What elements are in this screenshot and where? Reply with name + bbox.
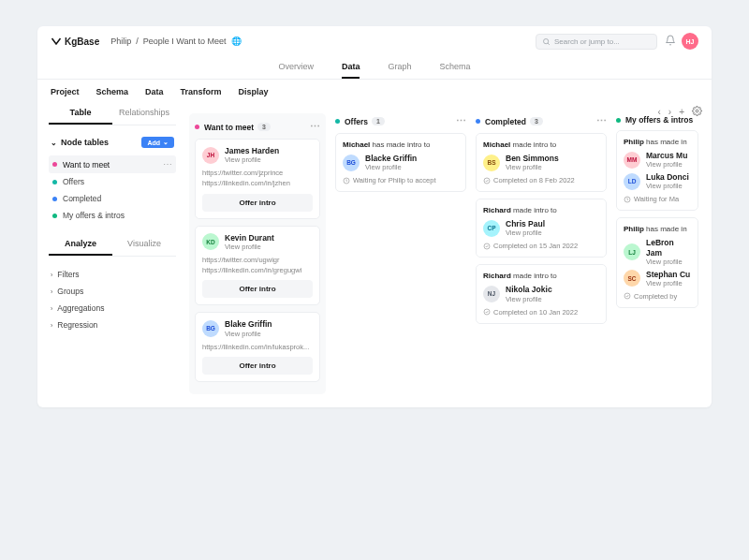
chevron-right-icon: › — [51, 305, 52, 312]
person-name: Kevin Durant — [225, 233, 274, 243]
tab-sec-data[interactable]: Data — [145, 87, 164, 102]
card-mine-0[interactable]: Philip has made in MMMarcus MuView profi… — [616, 130, 698, 211]
side-tab-table[interactable]: Table — [49, 102, 112, 125]
next-icon[interactable]: › — [668, 107, 671, 117]
avatar: SC — [624, 270, 640, 287]
tab-analyze[interactable]: Analyze — [49, 233, 112, 256]
node-my-offers[interactable]: My offers & intros — [49, 207, 176, 224]
primary-tabs: Overview Data Graph Schema — [37, 56, 712, 80]
links: https://twitter.com/jzprincehttps://llin… — [202, 168, 313, 189]
tools: ›Filters ›Groups ›Aggregations ›Regressi… — [49, 266, 176, 333]
avatar: LJ — [624, 243, 640, 260]
view-profile-link[interactable]: View profile — [506, 163, 559, 171]
tool-regression[interactable]: ›Regression — [49, 317, 176, 333]
side-tab-relationships[interactable]: Relationships — [112, 102, 176, 125]
status: Waiting for Philip to accept — [343, 176, 459, 184]
node-offers[interactable]: Offers — [49, 173, 176, 190]
offer-intro-button[interactable]: Offer intro — [202, 357, 313, 375]
avatar: CP — [483, 220, 500, 237]
tool-filters[interactable]: ›Filters — [49, 266, 176, 283]
column-header: Want to meet 3 ⋯ — [195, 119, 320, 139]
more-icon[interactable]: ⋯ — [310, 121, 320, 133]
breadcrumb[interactable]: Philip / People I Want to Meet 🌐 — [110, 37, 241, 46]
tool-aggregations[interactable]: ›Aggregations — [49, 300, 176, 317]
intro-text: Michael made intro to — [483, 140, 599, 149]
tab-schema[interactable]: Schema — [440, 56, 471, 79]
tab-display[interactable]: Display — [239, 87, 269, 102]
count-badge: 3 — [257, 123, 271, 131]
logo-icon — [51, 36, 62, 47]
offer-intro-button[interactable]: Offer intro — [202, 194, 313, 212]
plus-icon[interactable]: + — [679, 107, 684, 117]
secondary-tabs: Project Schema Data Transform Display — [37, 80, 712, 102]
column-header: Offers 1 ⋯ — [335, 113, 466, 133]
view-profile-link[interactable]: View profile — [225, 330, 272, 338]
card-want-1[interactable]: KDKevin DurantView profile https://twitt… — [195, 226, 320, 306]
view-profile-link[interactable]: View profile — [225, 243, 274, 251]
card-offer-0[interactable]: Michael has made intro to BGBlacke Griff… — [335, 133, 466, 192]
add-button[interactable]: Add ⌄ — [141, 137, 174, 148]
person-name: Marcus Mu — [646, 151, 687, 160]
tab-transform[interactable]: Transform — [181, 87, 222, 102]
tab-overview[interactable]: Overview — [278, 56, 314, 79]
brand-text: KgBase — [65, 37, 99, 47]
view-profile-link[interactable]: View profile — [365, 163, 417, 171]
tab-data[interactable]: Data — [342, 56, 360, 79]
svg-line-1 — [548, 43, 550, 45]
tool-groups[interactable]: ›Groups — [49, 283, 176, 300]
svg-point-0 — [544, 38, 549, 43]
body: Table Relationships ⌄ Node tables Add ⌄ … — [37, 102, 712, 407]
card-completed-2[interactable]: Richard made intro to NJNikola JokicView… — [476, 264, 607, 323]
person-name: Blacke Griffin — [365, 154, 417, 163]
more-icon[interactable]: ⋯ — [596, 115, 607, 127]
app-window: KgBase Philip / People I Want to Meet 🌐 … — [37, 26, 712, 407]
card-completed-0[interactable]: Michael made intro to BSBen SimmonsView … — [476, 133, 607, 192]
view-profile-link[interactable]: View profile — [506, 295, 552, 303]
more-icon[interactable]: ⋯ — [456, 115, 466, 127]
check-circle-icon — [483, 243, 491, 250]
chevron-right-icon: › — [51, 322, 52, 329]
node-completed[interactable]: Completed — [49, 190, 176, 207]
analyze-tabs: Analyze Visualize — [49, 233, 176, 257]
svg-point-6 — [484, 309, 490, 315]
card-want-2[interactable]: BGBlake GriffinView profile https://llin… — [195, 312, 320, 381]
breadcrumb-owner: Philip — [110, 37, 131, 46]
tab-project[interactable]: Project — [51, 87, 80, 102]
user-avatar[interactable]: HJ — [682, 33, 698, 50]
person-name: Ben Simmons — [506, 154, 559, 163]
status: Completed on 15 Jan 2022 — [483, 242, 599, 250]
card-want-0[interactable]: JHJames HardenView profile https://twitt… — [195, 139, 320, 219]
tab-visualize[interactable]: Visualize — [112, 233, 176, 256]
prev-icon[interactable]: ‹ — [657, 107, 660, 117]
svg-point-5 — [484, 243, 490, 249]
check-circle-icon — [624, 292, 631, 300]
search-input[interactable]: Search or jump to... — [536, 34, 657, 50]
bell-icon[interactable] — [665, 35, 676, 48]
topbar: KgBase Philip / People I Want to Meet 🌐 … — [37, 26, 712, 56]
status: Completed on 10 Jan 2022 — [483, 308, 599, 317]
links: https://twitter.com/ugwigrhttps://llinke… — [202, 255, 313, 276]
svg-point-2 — [696, 110, 698, 112]
more-icon[interactable]: ⋯ — [163, 159, 172, 169]
view-profile-link[interactable]: View profile — [506, 228, 545, 237]
gear-icon[interactable] — [692, 106, 702, 118]
column-want: Want to meet 3 ⋯ JHJames HardenView prof… — [189, 113, 326, 394]
intro-text: Michael has made intro to — [343, 140, 459, 149]
logo[interactable]: KgBase — [51, 36, 99, 47]
node-want-to-meet[interactable]: Want to meet⋯ — [49, 155, 176, 173]
chevron-down-icon: ⌄ — [51, 139, 57, 147]
svg-point-4 — [484, 178, 490, 184]
card-completed-1[interactable]: Richard made intro to CPChris PaulView p… — [476, 199, 607, 258]
person-name: Blake Griffin — [225, 319, 272, 329]
node-tables-header[interactable]: ⌄ Node tables Add ⌄ — [49, 133, 176, 152]
tab-graph[interactable]: Graph — [388, 56, 411, 79]
person-name: Stephan Cu — [646, 270, 690, 279]
view-profile-link[interactable]: View profile — [225, 155, 279, 164]
column-mine: My offers & intros Philip has made in MM… — [616, 113, 698, 394]
offer-intro-button[interactable]: Offer intro — [202, 280, 313, 298]
node-tables-label: Node tables — [61, 138, 109, 147]
board: ‹ › + Want to meet 3 ⋯ JHJam — [187, 102, 712, 407]
card-mine-1[interactable]: Philip has made in LJLeBron JamView prof… — [616, 217, 698, 308]
avatar: KD — [202, 233, 219, 250]
tab-sec-schema[interactable]: Schema — [96, 87, 129, 102]
